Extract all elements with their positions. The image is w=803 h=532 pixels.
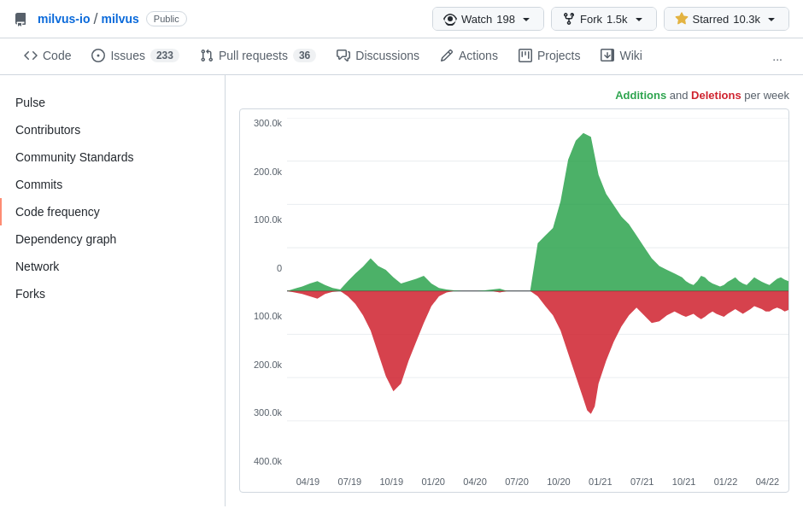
fork-icon — [562, 12, 576, 26]
tab-more[interactable]: ... — [765, 39, 789, 73]
main-content: Pulse Contributors Community Standards C… — [0, 75, 803, 506]
star-count: 10.3k — [733, 13, 760, 26]
code-icon — [24, 49, 38, 62]
x-label-0122: 01/22 — [714, 476, 738, 487]
tab-wiki[interactable]: Wiki — [590, 38, 652, 74]
tab-issues-count: 233 — [150, 49, 179, 62]
deletions-legend: Deletions — [691, 89, 741, 102]
sidebar-item-code-frequency[interactable]: Code frequency — [0, 198, 225, 225]
x-label-0721: 07/21 — [630, 476, 654, 487]
sidebar-item-dependency-graph[interactable]: Dependency graph — [0, 225, 225, 253]
actions-icon — [440, 49, 454, 62]
y-label-minus-300k: 300.0k — [240, 407, 287, 418]
pr-icon — [200, 49, 214, 62]
chart-svg — [287, 118, 788, 422]
additions-legend: Additions — [615, 89, 666, 102]
insights-sidebar: Pulse Contributors Community Standards C… — [0, 75, 226, 506]
issues-icon — [91, 49, 105, 62]
y-label-200k: 200.0k — [240, 167, 287, 177]
y-label-minus-100k: 100.0k — [240, 311, 287, 321]
and-label: and — [670, 89, 689, 102]
visibility-badge: Public — [146, 11, 187, 26]
repo-path: milvus-io / milvus — [38, 10, 139, 28]
wiki-icon — [601, 49, 614, 62]
tab-projects[interactable]: Projects — [508, 38, 591, 74]
x-label-0120: 01/20 — [421, 476, 445, 487]
tab-projects-label: Projects — [537, 49, 581, 62]
x-label-1019: 10/19 — [380, 476, 404, 487]
x-label-1021: 10/21 — [672, 476, 696, 487]
repo-owner-link[interactable]: milvus-io — [38, 12, 90, 26]
watch-label: Watch — [461, 13, 492, 26]
tab-discussions-label: Discussions — [355, 49, 419, 62]
x-label-0420: 04/20 — [463, 476, 487, 487]
svg-marker-10 — [287, 291, 788, 414]
y-axis: 300.0k 200.0k 100.0k 0 100.0k 200.0k 300… — [240, 109, 287, 492]
tab-actions[interactable]: Actions — [430, 38, 508, 74]
chevron-down-icon — [519, 12, 533, 26]
tab-issues-label: Issues — [110, 49, 144, 62]
svg-marker-9 — [287, 133, 788, 291]
repo-icon — [14, 11, 27, 26]
tab-pull-requests[interactable]: Pull requests 36 — [190, 38, 326, 74]
tab-wiki-label: Wiki — [619, 49, 642, 62]
tab-pr-label: Pull requests — [219, 49, 288, 62]
star-label: Starred — [693, 13, 730, 26]
x-label-1020: 10/20 — [547, 476, 571, 487]
chart-area: Additions and Deletions per week 300.0k … — [226, 75, 803, 506]
per-week-label: per week — [744, 89, 789, 102]
eye-icon — [443, 12, 457, 26]
watch-count: 198 — [496, 13, 515, 26]
x-label-0422: 04/22 — [756, 476, 780, 487]
x-axis: 04/19 07/19 10/19 01/20 04/20 07/20 10/2… — [287, 471, 788, 492]
fork-button[interactable]: Fork 1.5k — [552, 8, 656, 30]
repo-name-link[interactable]: milvus — [101, 12, 138, 26]
fork-chevron-icon — [632, 12, 646, 26]
star-button[interactable]: Starred 10.3k — [665, 8, 788, 30]
tab-actions-label: Actions — [459, 49, 498, 62]
chart-legend: Additions and Deletions per week — [239, 89, 789, 102]
header-actions: Watch 198 Fork 1.5k Starred 10.3k — [432, 7, 789, 31]
sidebar-item-contributors[interactable]: Contributors — [0, 116, 225, 143]
y-label-100k: 100.0k — [240, 214, 287, 225]
fork-btn-group: Fork 1.5k — [551, 7, 657, 31]
tab-code[interactable]: Code — [14, 38, 81, 74]
fork-label: Fork — [580, 13, 602, 26]
x-label-0720: 07/20 — [505, 476, 529, 487]
star-btn-group: Starred 10.3k — [664, 7, 789, 31]
code-frequency-chart: 300.0k 200.0k 100.0k 0 100.0k 200.0k 300… — [239, 108, 789, 493]
watch-button[interactable]: Watch 198 — [433, 8, 543, 30]
tab-issues[interactable]: Issues 233 — [81, 38, 190, 74]
sidebar-item-commits[interactable]: Commits — [0, 171, 225, 198]
repo-separator: / — [93, 10, 97, 28]
sidebar-item-community-standards[interactable]: Community Standards — [0, 143, 225, 171]
sidebar-item-network[interactable]: Network — [0, 253, 225, 280]
sidebar-item-pulse[interactable]: Pulse — [0, 89, 225, 116]
y-label-0: 0 — [240, 263, 287, 273]
fork-count: 1.5k — [607, 13, 628, 26]
repo-header: milvus-io / milvus Public Watch 198 Fork… — [0, 0, 803, 38]
x-label-0719: 07/19 — [338, 476, 362, 487]
star-icon — [675, 12, 689, 26]
x-label-0121: 01/21 — [589, 476, 613, 487]
watch-btn-group: Watch 198 — [432, 7, 544, 31]
sidebar-item-forks[interactable]: Forks — [0, 280, 225, 307]
y-label-300k-top: 300.0k — [240, 118, 287, 128]
x-label-0419: 04/19 — [296, 476, 320, 487]
discussions-icon — [337, 49, 350, 62]
projects-icon — [519, 49, 532, 62]
star-chevron-icon — [765, 12, 778, 26]
tab-discussions[interactable]: Discussions — [326, 38, 430, 74]
y-label-minus-200k: 200.0k — [240, 360, 287, 370]
tab-pr-count: 36 — [293, 49, 316, 62]
y-label-minus-400k: 400.0k — [240, 456, 287, 466]
tab-code-label: Code — [43, 49, 71, 62]
nav-tabs: Code Issues 233 Pull requests 36 Discuss… — [0, 38, 803, 75]
